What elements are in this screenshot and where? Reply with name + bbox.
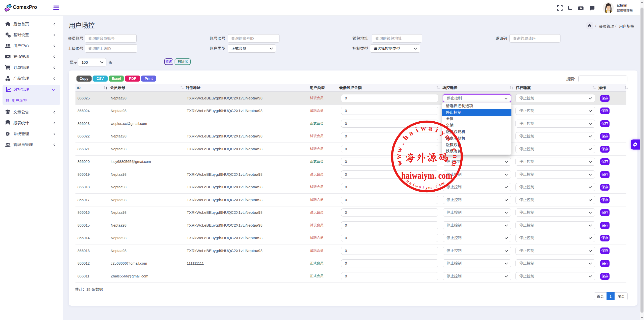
svg-text:海外源码: 海外源码 [405,152,449,163]
svg-text:w: w [415,183,419,188]
svg-text:w: w [394,154,402,159]
svg-text:.: . [397,140,406,146]
svg-text:1: 1 [7,56,8,57]
svg-text:a: a [409,181,413,186]
svg-text:i: i [422,185,424,189]
svg-text:a: a [407,128,415,137]
svg-text:o: o [452,155,460,158]
svg-text:m: m [428,185,432,190]
svg-text:.: . [448,140,456,146]
svg-text:c: c [451,147,459,152]
svg-text:w: w [394,146,404,153]
svg-text:c: c [435,184,438,188]
svg-text:y: y [425,185,427,190]
svg-text:haiwaiym. com: haiwaiym. com [401,170,452,181]
svg-text:m: m [450,160,459,167]
svg-text:w: w [394,160,404,167]
svg-text:w: w [420,124,427,132]
svg-text:a: a [419,185,422,189]
svg-text:i: i [412,183,415,187]
svg-text:a: a [428,124,433,132]
svg-text:i: i [414,126,419,134]
svg-text:m: m [443,132,453,142]
svg-text:i: i [435,126,439,134]
svg-text:h: h [401,133,410,141]
svg-text:.: . [432,185,434,189]
svg-text:1: 1 [580,7,581,9]
